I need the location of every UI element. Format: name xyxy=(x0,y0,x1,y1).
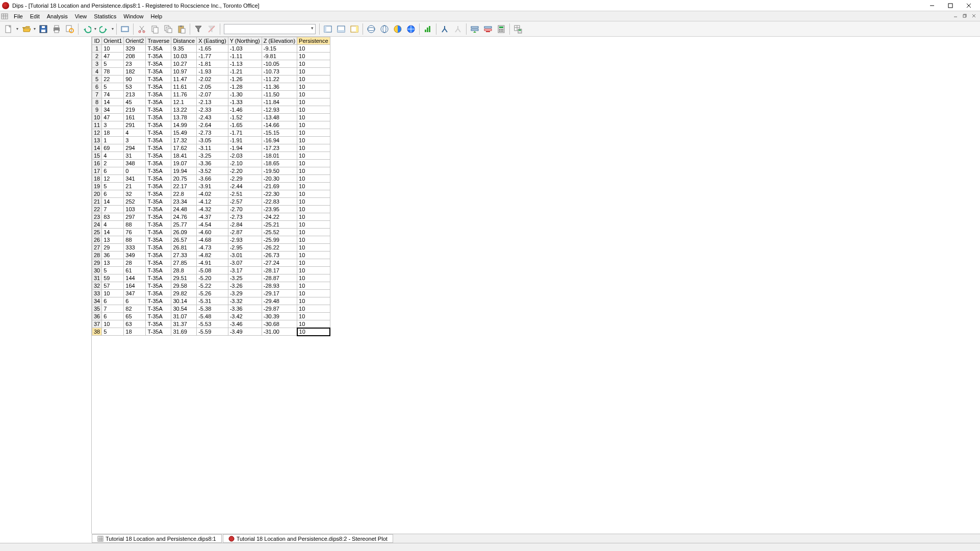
cell[interactable]: -1.93 xyxy=(197,68,228,76)
column-header-x-easting-[interactable]: X (Easting) xyxy=(197,37,228,45)
cell[interactable]: -1.71 xyxy=(228,129,262,137)
cell[interactable]: 57 xyxy=(102,282,124,290)
cell[interactable]: 31.07 xyxy=(171,313,197,320)
cell[interactable]: T-35A xyxy=(146,259,171,267)
cell[interactable]: -2.44 xyxy=(228,183,262,190)
row-header[interactable]: 30 xyxy=(92,267,102,274)
cell[interactable]: 14.99 xyxy=(171,121,197,129)
cell[interactable]: 10 xyxy=(297,244,330,252)
globe2-icon[interactable] xyxy=(378,23,391,35)
cell[interactable]: 10 xyxy=(297,68,330,76)
cell[interactable]: 27.85 xyxy=(171,259,197,267)
cell[interactable]: T-35A xyxy=(146,121,171,129)
cell[interactable]: 6 xyxy=(102,313,124,320)
cell[interactable]: 10 xyxy=(297,152,330,160)
row-header[interactable]: 26 xyxy=(92,236,102,244)
cell[interactable]: 47 xyxy=(102,53,124,60)
cell[interactable]: 5 xyxy=(102,267,124,274)
cell[interactable]: -3.42 xyxy=(228,313,262,320)
cell[interactable]: 10 xyxy=(297,267,330,274)
undo-icon-dropdown[interactable]: ▼ xyxy=(93,23,97,35)
redo-icon[interactable] xyxy=(98,23,110,35)
cell[interactable]: -2.64 xyxy=(197,121,228,129)
cell[interactable]: T-35A xyxy=(146,60,171,68)
cell[interactable]: -11.84 xyxy=(262,98,297,106)
cell[interactable]: 208 xyxy=(124,53,146,60)
cell[interactable]: 291 xyxy=(124,121,146,129)
cell[interactable]: -2.70 xyxy=(228,206,262,213)
row-header[interactable]: 4 xyxy=(92,68,102,76)
cell[interactable]: 22 xyxy=(102,76,124,83)
cell[interactable]: 82 xyxy=(124,305,146,313)
cell[interactable]: 4 xyxy=(102,152,124,160)
cell[interactable]: 18 xyxy=(102,129,124,137)
cell[interactable]: 252 xyxy=(124,198,146,206)
open-icon[interactable] xyxy=(20,23,32,35)
cell[interactable]: 78 xyxy=(102,68,124,76)
cell[interactable]: T-35A xyxy=(146,213,171,221)
cell[interactable]: -4.54 xyxy=(197,221,228,229)
close-button[interactable] xyxy=(960,1,978,11)
cell[interactable]: 18.41 xyxy=(171,152,197,160)
cell[interactable]: -3.01 xyxy=(228,252,262,259)
cell[interactable]: 88 xyxy=(124,221,146,229)
cell[interactable]: -18.65 xyxy=(262,160,297,167)
cell[interactable]: T-35A xyxy=(146,98,171,106)
cell[interactable]: -2.51 xyxy=(228,190,262,198)
cell[interactable]: 6 xyxy=(102,297,124,305)
row-header[interactable]: 32 xyxy=(92,282,102,290)
cell[interactable]: 20.75 xyxy=(171,175,197,183)
cell[interactable]: 22.8 xyxy=(171,190,197,198)
cell[interactable]: 10 xyxy=(297,229,330,236)
row-header[interactable]: 20 xyxy=(92,190,102,198)
cell[interactable]: -1.52 xyxy=(228,114,262,121)
paste-icon[interactable] xyxy=(175,23,188,35)
cell[interactable]: -1.77 xyxy=(197,53,228,60)
cell[interactable]: 10 xyxy=(297,290,330,297)
row-header[interactable]: 14 xyxy=(92,144,102,152)
cell[interactable]: 65 xyxy=(124,313,146,320)
cell[interactable]: 90 xyxy=(124,76,146,83)
menu-view[interactable]: View xyxy=(71,12,91,20)
cell[interactable]: -4.68 xyxy=(197,236,228,244)
cell[interactable]: -2.84 xyxy=(228,221,262,229)
cell[interactable]: 13.22 xyxy=(171,106,197,114)
row-header[interactable]: 31 xyxy=(92,274,102,282)
cell[interactable]: 10 xyxy=(297,175,330,183)
print-icon[interactable] xyxy=(50,23,63,35)
cell[interactable]: 31 xyxy=(124,152,146,160)
cell[interactable]: T-35A xyxy=(146,114,171,121)
cell[interactable]: -2.93 xyxy=(228,236,262,244)
cell[interactable]: 30.14 xyxy=(171,297,197,305)
cell[interactable]: 5 xyxy=(102,183,124,190)
new-icon[interactable] xyxy=(3,23,15,35)
cell[interactable]: -2.33 xyxy=(197,106,228,114)
cell[interactable]: 12 xyxy=(102,175,124,183)
cell[interactable]: -4.12 xyxy=(197,198,228,206)
cell[interactable]: 11.76 xyxy=(171,91,197,98)
cell[interactable]: T-35A xyxy=(146,53,171,60)
cell[interactable]: T-35A xyxy=(146,282,171,290)
cell[interactable]: 10 xyxy=(297,98,330,106)
cell[interactable]: -21.69 xyxy=(262,183,297,190)
cell[interactable]: 31.69 xyxy=(171,328,197,336)
cell[interactable]: -2.13 xyxy=(197,98,228,106)
mdi-restore-button[interactable] xyxy=(961,12,969,19)
cell[interactable]: 69 xyxy=(102,144,124,152)
cell[interactable]: -1.11 xyxy=(228,53,262,60)
print-preview-icon[interactable] xyxy=(64,23,76,35)
cell[interactable]: 31.37 xyxy=(171,320,197,328)
cell[interactable]: 3 xyxy=(102,121,124,129)
toolbar-combo[interactable] xyxy=(224,24,316,34)
row-header[interactable]: 5 xyxy=(92,76,102,83)
cell[interactable]: 61 xyxy=(124,267,146,274)
cell[interactable]: 10 xyxy=(297,274,330,282)
cell[interactable]: 10 xyxy=(297,45,330,53)
cell[interactable]: 13.78 xyxy=(171,114,197,121)
row-header[interactable]: 23 xyxy=(92,213,102,221)
cell[interactable]: 36 xyxy=(102,252,124,259)
cell[interactable]: -3.36 xyxy=(228,305,262,313)
cell[interactable]: 329 xyxy=(124,45,146,53)
cell[interactable]: -4.91 xyxy=(197,259,228,267)
cell[interactable]: -3.36 xyxy=(197,160,228,167)
